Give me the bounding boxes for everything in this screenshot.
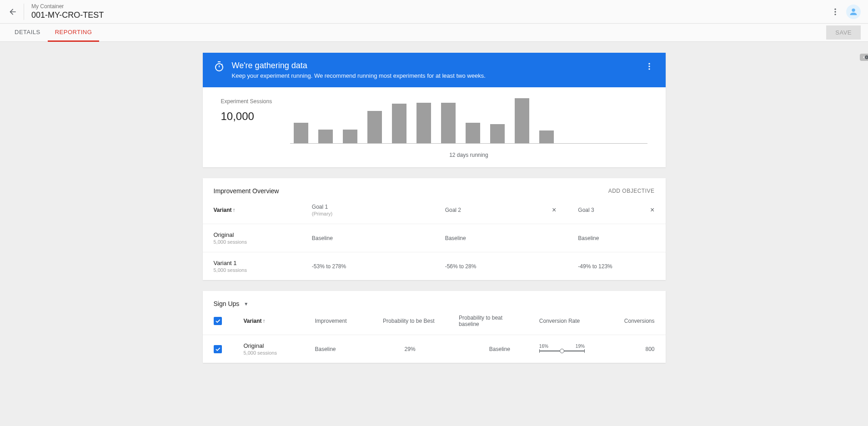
app-header: My Container 001-MY-CRO-TEST [0, 0, 868, 24]
table-row: Variant 15,000 sessions-53% to 278%-56% … [203, 252, 666, 281]
prob-best-value: 29% [372, 335, 448, 363]
signups-col-prob-baseline[interactable]: Probability to beat baseline [459, 315, 502, 327]
svg-point-2 [834, 14, 836, 15]
avatar[interactable] [846, 5, 861, 19]
goal2-value: -56% to 28% [434, 252, 541, 281]
experiment-title: 001-MY-CRO-TEST [31, 10, 830, 20]
svg-point-3 [852, 8, 855, 11]
chart-bar [318, 130, 333, 143]
svg-text:i: i [866, 56, 867, 59]
signups-dropdown[interactable]: Sign Ups ▼ [203, 291, 666, 311]
overview-col-goal2[interactable]: Goal 2 [445, 207, 461, 213]
goal3-value: Baseline [567, 224, 639, 252]
goal2-value: Baseline [434, 224, 541, 252]
banner-more-icon[interactable] [644, 61, 655, 72]
svg-point-9 [648, 68, 650, 70]
svg-point-7 [648, 63, 650, 65]
chart-bar [515, 98, 529, 143]
container-label: My Container [31, 3, 830, 10]
variant-sessions: 5,000 sessions [214, 267, 290, 273]
chart-bar [392, 104, 406, 143]
tab-details[interactable]: DETAILS [7, 24, 48, 42]
info-drawer-toggle[interactable]: i [860, 54, 868, 61]
signups-col-conv-rate[interactable]: Conversion Rate [539, 318, 580, 324]
stopwatch-icon [214, 61, 225, 72]
sessions-value: 10,000 [221, 110, 272, 123]
chart-bar [539, 130, 554, 143]
overview-title: Improvement Overview [214, 187, 608, 195]
variant-name: Original [214, 231, 234, 238]
chevron-down-icon: ▼ [244, 301, 248, 306]
improvement-value: Baseline [304, 335, 372, 363]
sort-up-icon: ↑ [263, 318, 266, 324]
chart-bar [441, 103, 456, 143]
signups-card: Sign Ups ▼ Variant↑ Improvement Probabil… [203, 291, 666, 363]
goal1-value: -53% to 278% [301, 252, 434, 281]
chart-caption: 12 days running [290, 152, 647, 158]
variant-name: Variant 1 [214, 260, 237, 266]
overview-col-variant[interactable]: Variant [214, 207, 232, 213]
chart-bar [490, 124, 505, 143]
goal1-value: Baseline [301, 224, 434, 252]
tab-bar: DETAILS REPORTING SAVE [0, 24, 868, 42]
select-all-checkbox[interactable] [214, 317, 222, 325]
overview-col-goal3[interactable]: Goal 3 [578, 207, 594, 213]
header-divider [24, 4, 24, 20]
overview-col-goal1-sub: (Primary) [312, 211, 423, 216]
sort-up-icon: ↑ [233, 207, 236, 213]
goal3-value: -49% to 123% [567, 252, 639, 281]
table-row: Original5,000 sessionsBaselineBaselineBa… [203, 224, 666, 252]
status-banner: We're gathering data Keep your experimen… [203, 53, 666, 87]
more-icon[interactable] [830, 6, 841, 17]
variant-sessions: 5,000 sessions [214, 239, 290, 245]
signups-col-conversions[interactable]: Conversions [624, 318, 655, 324]
chart-bar [294, 123, 308, 143]
banner-title: We're gathering data [232, 61, 637, 70]
svg-point-8 [648, 65, 650, 67]
signups-col-prob-best[interactable]: Probability to be Best [383, 318, 434, 324]
chart-bar [466, 123, 480, 143]
row-checkbox[interactable] [214, 345, 222, 353]
save-button[interactable]: SAVE [826, 25, 861, 40]
add-objective-button[interactable]: ADD OBJECTIVE [608, 188, 655, 194]
sessions-card: We're gathering data Keep your experimen… [203, 53, 666, 167]
prob-baseline-value: Baseline [448, 335, 528, 363]
banner-subtitle: Keep your experiment running. We recomme… [232, 72, 637, 79]
variant-sessions: 5,000 sessions [244, 350, 293, 356]
remove-goal2-icon[interactable]: × [552, 206, 556, 214]
back-arrow-icon[interactable] [7, 6, 18, 17]
table-row: Original5,000 sessionsBaseline29%Baselin… [203, 335, 666, 363]
svg-point-0 [834, 8, 836, 10]
signups-col-variant[interactable]: Variant [244, 318, 262, 324]
chart-bar [367, 111, 382, 143]
chart-bar [343, 130, 357, 143]
header-titles: My Container 001-MY-CRO-TEST [31, 3, 830, 20]
overview-col-goal1[interactable]: Goal 1 [312, 204, 328, 210]
sessions-label: Experiment Sessions [221, 98, 272, 105]
signups-title: Sign Ups [214, 300, 240, 307]
conversions-value: 800 [610, 335, 666, 363]
chart-bar [416, 103, 431, 143]
svg-point-1 [834, 11, 836, 12]
tab-reporting[interactable]: REPORTING [48, 24, 100, 42]
improvement-overview-card: Improvement Overview ADD OBJECTIVE Varia… [203, 178, 666, 280]
conversion-rate-range: 16%19% [528, 335, 610, 363]
remove-goal3-icon[interactable]: × [650, 206, 654, 214]
variant-name: Original [244, 342, 264, 349]
sessions-bar-chart [290, 98, 647, 144]
signups-col-improvement[interactable]: Improvement [315, 318, 346, 324]
